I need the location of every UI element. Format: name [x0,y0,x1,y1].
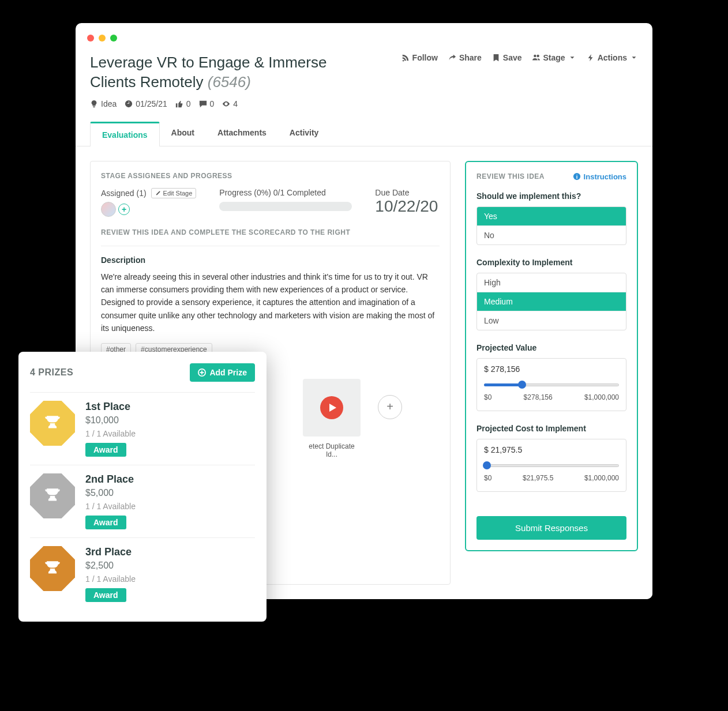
q1-label: Should we implement this? [476,191,626,201]
chevron-down-icon [568,54,576,62]
bookmark-icon [492,54,500,62]
prize-badge-silver [30,473,75,518]
prize-row: 2nd Place $5,000 1 / 1 Available Award [30,465,255,537]
window-controls [76,35,652,53]
trophy-icon [43,413,62,433]
meta-date: 01/25/21 [125,99,167,108]
q4-slider[interactable] [484,462,619,468]
video-thumbnail[interactable] [303,379,361,437]
q3-value: $ 278,156 [484,364,619,374]
share-button[interactable]: Share [448,53,482,62]
assigned-count: Assigned (1) [101,189,147,198]
attachment-item[interactable]: etect Duplicate Id... [303,379,361,458]
q2-label: Complexity to Implement [476,258,626,267]
page-title: Leverage VR to Engage & Immerse Clients … [90,53,338,92]
meta-type: Idea [90,99,117,108]
bolt-icon [587,54,595,62]
assignee-avatar[interactable] [101,202,116,217]
progress-bar [219,202,352,211]
q3-max: $1,000,000 [584,393,619,401]
tabs: Evaluations About Attachments Activity [76,121,652,146]
svg-text:i: i [576,174,577,180]
divider [101,246,440,246]
save-button[interactable]: Save [492,53,522,62]
q3-label: Projected Value [476,343,626,352]
info-icon: i [573,172,581,180]
prize-place: 1st Place [85,401,136,413]
add-assignee-button[interactable]: + [118,204,130,215]
thumbs-up-icon [175,100,183,108]
prizes-card: 4 PRIZES Add Prize 1st Place $10,000 1 /… [18,352,267,622]
q2-high[interactable]: High [477,273,626,292]
q1-yes[interactable]: Yes [477,207,626,225]
users-icon [532,54,541,62]
play-icon [320,396,343,419]
q4-mid: $21,975.5 [523,474,553,482]
minimize-window[interactable] [99,35,106,42]
progress-block: Progress (0%) 0/1 Completed [219,188,352,211]
tab-about[interactable]: About [160,121,206,146]
q3-slider[interactable] [484,382,619,388]
tab-activity[interactable]: Activity [278,121,331,146]
prize-amount: $5,000 [85,488,136,498]
add-attachment-button[interactable]: + [378,395,402,419]
award-button[interactable]: Award [85,588,126,602]
q1-no[interactable]: No [477,225,626,244]
attachment-caption: etect Duplicate Id... [303,442,361,458]
chevron-down-icon [630,54,638,62]
award-button[interactable]: Award [85,443,126,457]
q2-low[interactable]: Low [477,311,626,330]
due-date: 10/22/20 [375,197,438,216]
edit-stage-button[interactable]: Edit Stage [151,188,197,198]
review-heading: REVIEW THIS IDEA AND COMPLETE THE SCOREC… [101,228,440,236]
award-button[interactable]: Award [85,516,126,529]
meta-likes[interactable]: 0 [175,99,191,108]
actions-dropdown[interactable]: Actions [587,53,638,62]
tab-evaluations[interactable]: Evaluations [90,122,160,146]
close-window[interactable] [87,35,94,42]
description-body: We're already seeing this in several oth… [101,270,440,335]
stage-dropdown[interactable]: Stage [532,53,576,62]
prize-place: 2nd Place [85,473,136,486]
trophy-icon [43,486,62,506]
header-actions: Follow Share Save Stage Actions [401,53,638,62]
q3-box: $ 278,156 $0 $278,156 $1,000,000 [476,358,626,411]
meta-views: 4 [222,99,238,108]
q2-options: High Medium Low [476,273,626,330]
add-prize-button[interactable]: Add Prize [190,363,255,382]
tab-attachments[interactable]: Attachments [206,121,278,146]
eye-icon [222,100,230,108]
idea-meta: Idea 01/25/21 0 0 4 [76,92,652,115]
meta-comments[interactable]: 0 [199,99,215,108]
prize-row: 3rd Place $2,500 1 / 1 Available Award [30,537,255,610]
q3-min: $0 [484,393,491,401]
q4-box: $ 21,975.5 $0 $21,975.5 $1,000,000 [476,439,626,492]
prize-place: 3rd Place [85,546,136,558]
clock-icon [125,100,133,108]
pencil-icon [155,190,161,196]
prize-availability: 1 / 1 Available [85,574,136,584]
progress-text: Progress (0%) 0/1 Completed [219,188,352,197]
q4-max: $1,000,000 [584,474,619,482]
q1-options: Yes No [476,206,626,245]
lightbulb-icon [90,100,98,108]
instructions-link[interactable]: i Instructions [573,172,626,181]
due-block: Due Date 10/22/20 [375,188,438,216]
idea-ref: (6546) [208,73,251,91]
prize-availability: 1 / 1 Available [85,429,136,438]
share-icon [448,54,456,62]
q2-medium[interactable]: Medium [477,292,626,311]
scorecard-panel: REVIEW THIS IDEA i Instructions Should w… [465,161,638,551]
prize-amount: $10,000 [85,415,136,426]
q4-value: $ 21,975.5 [484,445,619,454]
plus-circle-icon [198,368,206,377]
submit-responses-button[interactable]: Submit Responses [476,516,626,540]
assigned-block: Assigned (1) Edit Stage + [101,188,196,217]
comment-icon [199,100,207,108]
maximize-window[interactable] [110,35,117,42]
prizes-title: 4 PRIZES [30,367,73,378]
rss-icon [401,54,410,62]
prize-availability: 1 / 1 Available [85,502,136,511]
follow-button[interactable]: Follow [401,53,438,62]
prize-amount: $2,500 [85,560,136,571]
